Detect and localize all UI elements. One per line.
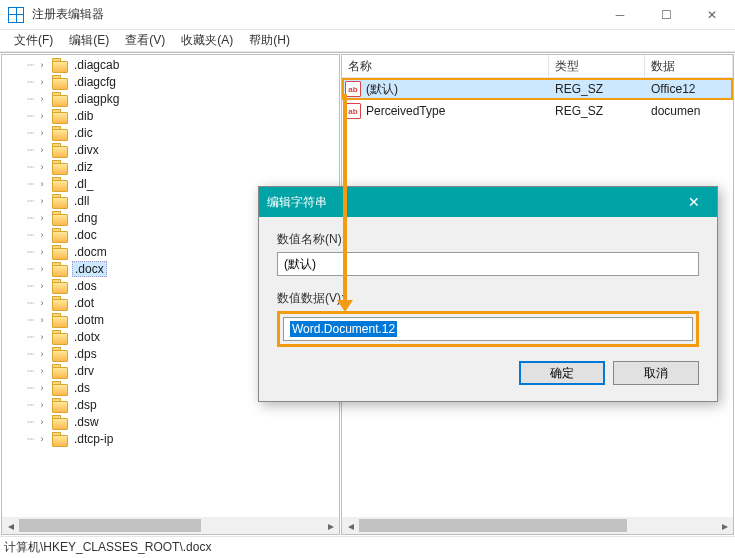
expand-caret-icon[interactable]: › [36, 77, 48, 87]
window-title: 注册表编辑器 [32, 6, 597, 23]
tree-connector: ┈ [24, 177, 36, 191]
expand-caret-icon[interactable]: › [36, 332, 48, 342]
maximize-button[interactable]: ☐ [643, 0, 689, 30]
col-type[interactable]: 类型 [549, 55, 645, 77]
menu-favorites[interactable]: 收藏夹(A) [173, 30, 241, 51]
row-data: Office12 [645, 82, 733, 96]
tree-label: .drv [72, 364, 96, 378]
tree-label: .dll [72, 194, 91, 208]
menu-edit[interactable]: 编辑(E) [61, 30, 117, 51]
expand-caret-icon[interactable]: › [36, 349, 48, 359]
folder-icon [52, 143, 68, 156]
row-name: PerceivedType [366, 104, 445, 118]
menu-help[interactable]: 帮助(H) [241, 30, 298, 51]
folder-icon [52, 245, 68, 258]
folder-icon [52, 262, 68, 275]
minimize-button[interactable]: ─ [597, 0, 643, 30]
ok-button[interactable]: 确定 [519, 361, 605, 385]
expand-caret-icon[interactable]: › [36, 315, 48, 325]
expand-caret-icon[interactable]: › [36, 417, 48, 427]
scroll-left-icon[interactable]: ◂ [342, 517, 359, 534]
folder-icon [52, 211, 68, 224]
menu-view[interactable]: 查看(V) [117, 30, 173, 51]
expand-caret-icon[interactable]: › [36, 230, 48, 240]
dialog-close-button[interactable]: ✕ [679, 194, 709, 210]
scroll-right-icon[interactable]: ▸ [322, 517, 339, 534]
tree-connector: ┈ [24, 211, 36, 225]
tree-item[interactable]: ┈›.diz [2, 158, 339, 175]
expand-caret-icon[interactable]: › [36, 298, 48, 308]
folder-icon [52, 75, 68, 88]
statusbar: 计算机\HKEY_CLASSES_ROOT\.docx [0, 536, 735, 558]
cancel-button[interactable]: 取消 [613, 361, 699, 385]
folder-icon [52, 160, 68, 173]
folder-icon [52, 177, 68, 190]
tree-label: .dotm [72, 313, 106, 327]
tree-connector: ┈ [24, 245, 36, 259]
tree-connector: ┈ [24, 58, 36, 72]
col-data[interactable]: 数据 [645, 55, 733, 77]
tree-item[interactable]: ┈›.dic [2, 124, 339, 141]
expand-caret-icon[interactable]: › [36, 281, 48, 291]
tree-item[interactable]: ┈›.diagcfg [2, 73, 339, 90]
expand-caret-icon[interactable]: › [36, 400, 48, 410]
scroll-thumb[interactable] [359, 519, 627, 532]
menu-file[interactable]: 文件(F) [6, 30, 61, 51]
value-name-label: 数值名称(N): [277, 231, 699, 248]
value-data-input[interactable]: Word.Document.12 [283, 317, 693, 341]
tree-label: .diagpkg [72, 92, 121, 106]
close-button[interactable]: ✕ [689, 0, 735, 30]
expand-caret-icon[interactable]: › [36, 264, 48, 274]
expand-caret-icon[interactable]: › [36, 128, 48, 138]
scroll-track[interactable] [19, 517, 322, 534]
tree-hscrollbar[interactable]: ◂ ▸ [2, 517, 339, 534]
tree-label: .diagcab [72, 58, 121, 72]
expand-caret-icon[interactable]: › [36, 179, 48, 189]
tree-item[interactable]: ┈›.divx [2, 141, 339, 158]
tree-connector: ┈ [24, 296, 36, 310]
tree-connector: ┈ [24, 313, 36, 327]
tree-connector: ┈ [24, 347, 36, 361]
expand-caret-icon[interactable]: › [36, 366, 48, 376]
scroll-right-icon[interactable]: ▸ [716, 517, 733, 534]
tree-connector: ┈ [24, 92, 36, 106]
col-name[interactable]: 名称 [342, 55, 549, 77]
tree-item[interactable]: ┈›.diagcab [2, 56, 339, 73]
tree-label: .dl_ [72, 177, 95, 191]
expand-caret-icon[interactable]: › [36, 213, 48, 223]
expand-caret-icon[interactable]: › [36, 94, 48, 104]
annotation-arrow [343, 94, 347, 302]
expand-caret-icon[interactable]: › [36, 196, 48, 206]
list-hscrollbar[interactable]: ◂ ▸ [342, 517, 733, 534]
tree-item[interactable]: ┈›.dsw [2, 413, 339, 430]
tree-connector: ┈ [24, 279, 36, 293]
tree-item[interactable]: ┈›.diagpkg [2, 90, 339, 107]
expand-caret-icon[interactable]: › [36, 145, 48, 155]
scroll-left-icon[interactable]: ◂ [2, 517, 19, 534]
expand-caret-icon[interactable]: › [36, 383, 48, 393]
tree-item[interactable]: ┈›.dtcp-ip [2, 430, 339, 447]
folder-icon [52, 398, 68, 411]
folder-icon [52, 58, 68, 71]
scroll-track[interactable] [359, 517, 716, 534]
tree-label: .dotx [72, 330, 102, 344]
tree-label: .doc [72, 228, 99, 242]
dialog-titlebar[interactable]: 编辑字符串 ✕ [259, 187, 717, 217]
reg-string-icon: ab [345, 81, 361, 97]
scroll-thumb[interactable] [19, 519, 201, 532]
value-name-input[interactable] [277, 252, 699, 276]
folder-icon [52, 109, 68, 122]
list-row[interactable]: ab(默认)REG_SZOffice12 [342, 78, 733, 100]
expand-caret-icon[interactable]: › [36, 434, 48, 444]
expand-caret-icon[interactable]: › [36, 60, 48, 70]
tree-connector: ┈ [24, 75, 36, 89]
tree-label: .dsp [72, 398, 99, 412]
expand-caret-icon[interactable]: › [36, 162, 48, 172]
folder-icon [52, 347, 68, 360]
tree-item[interactable]: ┈›.dib [2, 107, 339, 124]
expand-caret-icon[interactable]: › [36, 247, 48, 257]
expand-caret-icon[interactable]: › [36, 111, 48, 121]
list-row[interactable]: abPerceivedTypeREG_SZdocumen [342, 100, 733, 122]
statusbar-path: 计算机\HKEY_CLASSES_ROOT\.docx [4, 539, 211, 556]
tree-connector: ┈ [24, 143, 36, 157]
